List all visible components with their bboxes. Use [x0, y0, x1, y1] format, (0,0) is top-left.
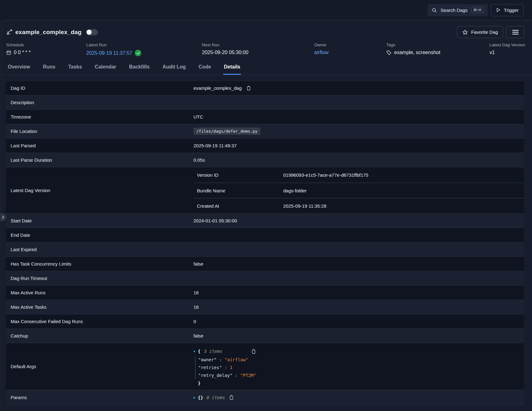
row-label: End Date	[6, 232, 193, 238]
row-value-cell: ▶{}0 items	[193, 395, 524, 400]
json-close-brace: }	[198, 379, 524, 387]
table-row: Params▶{}0 items	[6, 390, 524, 405]
json-value: "airflow"	[224, 357, 248, 362]
json-entry: "retries" : 1	[198, 364, 524, 372]
tags-value: example, screenshot	[394, 50, 440, 55]
owner-link[interactable]: airflow	[314, 50, 329, 55]
tab-backfills[interactable]: Backfills	[128, 61, 150, 75]
play-icon	[496, 8, 501, 13]
table-row: Latest Dag VersionVersion ID01996093-e1c…	[6, 167, 524, 214]
row-value-cell: Version ID01996093-e1c5-7ace-a77e-d6731f…	[193, 167, 524, 213]
trigger-button[interactable]: Trigger	[491, 4, 524, 16]
tab-details[interactable]: Details	[223, 61, 241, 75]
tab-code[interactable]: Code	[198, 61, 212, 75]
json-key: "owner"	[198, 357, 217, 362]
row-value-cell: 0	[193, 319, 524, 324]
dag-pause-toggle[interactable]	[86, 29, 98, 35]
next-run-column: Next Run 2025-09-20 05:30:00	[202, 43, 314, 56]
row-value-cell: example_complex_dag	[193, 85, 524, 91]
json-colon: :	[233, 373, 240, 378]
table-row: Max Active Tasks16	[6, 300, 524, 314]
row-label: Start Date	[6, 218, 193, 223]
json-open-brace: {	[198, 348, 200, 355]
owner-label: Owner	[314, 43, 386, 47]
table-row: Dag IDexample_complex_dag	[6, 81, 524, 95]
nested-row-label: Created At	[197, 203, 283, 209]
json-items-count: 3 items	[204, 348, 222, 355]
toggle-knob	[87, 30, 92, 35]
json-colon: :	[222, 365, 230, 370]
nested-table: Version ID01996093-e1c5-7ace-a77e-d6731f…	[193, 167, 524, 213]
table-row: Max Active Runs16	[6, 286, 524, 300]
schedule-label: Schedule	[6, 43, 86, 47]
json-key: "retry_delay"	[198, 373, 233, 378]
table-row: TimezoneUTC	[6, 110, 524, 124]
top-bar: Search Dags ⌘+K Trigger	[0, 0, 532, 20]
file-path-chip: /files/dags/defer_demo.py	[193, 128, 260, 135]
table-row: Last Parse Duration0.05s	[6, 153, 524, 167]
json-viewer: ▼{3 items"owner" : "airflow""retries" : …	[193, 343, 524, 390]
latest-run-label: Latest Run	[86, 43, 202, 47]
chevron-right-icon	[2, 216, 4, 219]
copy-button[interactable]	[229, 395, 234, 400]
tab-runs[interactable]: Runs	[42, 61, 56, 75]
search-icon	[432, 8, 437, 13]
row-label: Max Active Runs	[6, 290, 193, 295]
row-label: Max Consecutive Failed Dag Runs	[6, 319, 193, 324]
row-value: UTC	[193, 114, 203, 119]
latest-run-link[interactable]: 2025-09-19 11:37:57	[86, 50, 132, 56]
row-value: 0.05s	[193, 157, 205, 163]
json-entry: "owner" : "airflow"	[198, 356, 524, 364]
dag-icon	[6, 29, 13, 35]
row-value: false	[193, 333, 203, 338]
copy-button[interactable]	[251, 349, 256, 354]
dag-detail-panel: example_complex_dag Favorite Dag Schedul…	[1, 20, 532, 411]
nested-row-label: Bundle Name	[197, 188, 283, 193]
search-dags-button[interactable]: Search Dags ⌘+K	[428, 4, 488, 16]
row-label: Latest Dag Version	[6, 188, 193, 193]
collapse-caret[interactable]: ▼	[193, 348, 198, 355]
row-value-cell: UTC	[193, 114, 524, 119]
tab-audit-log[interactable]: Audit Log	[162, 61, 187, 75]
favorite-dag-label: Favorite Dag	[471, 29, 498, 35]
table-row: File Location/files/dags/defer_demo.py	[6, 124, 524, 139]
row-value-cell: 16	[193, 304, 524, 310]
dag-title-row: example_complex_dag Favorite Dag	[1, 20, 532, 38]
table-row: Dag Run Timeout	[6, 271, 524, 286]
row-value-cell: 2024-01-01 05:30:00	[193, 218, 524, 223]
tabs: OverviewRunsTasksCalendarBackfillsAudit …	[1, 61, 532, 75]
row-label: Last Parse Duration	[6, 157, 193, 163]
json-colon: :	[217, 357, 224, 362]
row-label: Max Active Tasks	[6, 304, 193, 310]
json-key: "retries"	[198, 365, 222, 370]
row-value-cell: ▼{3 items"owner" : "airflow""retries" : …	[193, 343, 524, 390]
search-label: Search Dags	[440, 8, 468, 13]
favorite-dag-button[interactable]: Favorite Dag	[457, 26, 503, 38]
dag-actions-menu-button[interactable]	[506, 26, 524, 38]
latest-dag-version-label: Latest Dag Version	[489, 43, 525, 47]
latest-run-column: Latest Run 2025-09-19 11:37:57	[86, 43, 202, 56]
json-items-count: 0 items	[207, 395, 225, 400]
row-value-cell: 16	[193, 290, 524, 295]
row-value: 16	[193, 304, 199, 310]
row-value-cell: 0.05s	[193, 157, 524, 163]
copy-button[interactable]	[246, 85, 251, 91]
nested-row-label: Version ID	[197, 172, 283, 178]
nested-row: Version ID01996093-e1c5-7ace-a77e-d6731f…	[193, 167, 524, 183]
expand-caret[interactable]: ▶	[193, 396, 198, 399]
tab-tasks[interactable]: Tasks	[68, 61, 83, 75]
tab-calendar[interactable]: Calendar	[94, 61, 117, 75]
table-row: Has Task Concurrency Limitsfalse	[6, 257, 524, 271]
schedule-value: 0 0 * * *	[14, 50, 31, 55]
nested-row-value: 01996093-e1c5-7ace-a77e-d6731ffbf175	[283, 172, 368, 178]
row-label: Last Expired	[6, 247, 193, 252]
next-run-label: Next Run	[202, 43, 314, 47]
row-value: false	[193, 261, 203, 266]
next-run-value: 2025-09-20 05:30:00	[202, 50, 248, 55]
tab-overview[interactable]: Overview	[7, 61, 31, 75]
row-label: Description	[6, 100, 193, 105]
json-braces: {}	[198, 395, 203, 400]
row-label: Dag ID	[6, 85, 193, 91]
dag-title: example_complex_dag	[15, 29, 82, 36]
hamburger-icon	[512, 30, 519, 35]
